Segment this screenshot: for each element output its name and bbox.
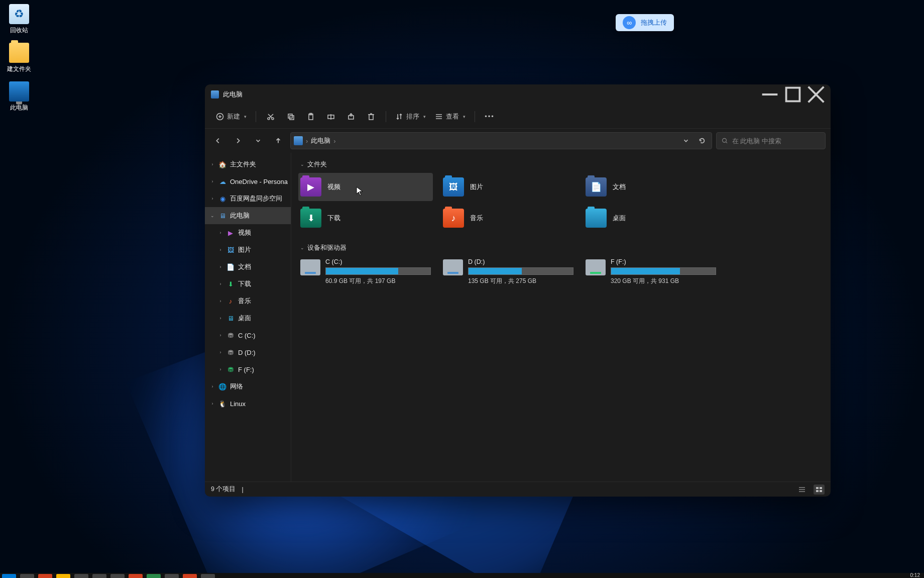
share-button[interactable] xyxy=(341,108,361,125)
taskbar-icon[interactable] xyxy=(38,574,52,578)
taskbar-icon[interactable] xyxy=(56,574,70,578)
drive-item[interactable]: C (C:)60.9 GB 可用，共 197 GB xyxy=(298,256,433,287)
sidebar: ›🏠主文件夹 ›☁OneDrive - Persona ›◉百度网盘同步空间 ⌄… xyxy=(205,153,291,481)
sidebar-item-network[interactable]: ›🌐网络 xyxy=(205,378,291,395)
taskbar-clock[interactable]: 0:12 xyxy=(910,573,920,578)
cut-button[interactable] xyxy=(261,108,280,125)
desktop-icon-recycle[interactable]: 回收站 xyxy=(0,2,38,41)
address-bar[interactable]: › 此电脑 › xyxy=(290,132,712,149)
sidebar-item-baidu[interactable]: ›◉百度网盘同步空间 xyxy=(205,190,291,207)
view-button[interactable]: 查看 ▾ xyxy=(431,108,470,125)
close-button[interactable] xyxy=(804,86,828,103)
grid-icon xyxy=(816,487,823,493)
address-dropdown[interactable] xyxy=(679,134,692,147)
drive-stats: 320 GB 可用，共 931 GB xyxy=(611,277,716,285)
statusbar: 9 个项目 | xyxy=(205,481,831,497)
taskbar-icon[interactable] xyxy=(201,574,215,578)
drive-icon: ⛃ xyxy=(226,365,235,374)
delete-button[interactable] xyxy=(362,108,381,125)
section-drives[interactable]: ⌄ 设备和驱动器 xyxy=(298,240,824,256)
drive-stats: 60.9 GB 可用，共 197 GB xyxy=(325,277,431,285)
taskbar-icon[interactable] xyxy=(74,574,88,578)
sort-button[interactable]: 排序 ▾ xyxy=(391,108,430,125)
maximize-button[interactable] xyxy=(781,86,804,103)
sidebar-item-thispc[interactable]: ⌄🖥此电脑 xyxy=(205,207,291,224)
sidebar-item-home[interactable]: ›🏠主文件夹 xyxy=(205,156,291,173)
drive-item[interactable]: F (F:)320 GB 可用，共 931 GB xyxy=(584,256,718,287)
sidebar-item-drive-d[interactable]: ›⛃D (D:) xyxy=(205,344,291,361)
desktop-icon-label: 此电脑 xyxy=(0,104,38,112)
sidebar-item-onedrive[interactable]: ›☁OneDrive - Persona xyxy=(205,173,291,190)
recent-button[interactable] xyxy=(250,133,266,149)
sidebar-item-drive-f[interactable]: ›⛃F (F:) xyxy=(205,361,291,378)
taskbar-icon[interactable] xyxy=(110,574,125,578)
folder-downloads[interactable]: ⬇下载 xyxy=(298,204,433,232)
drive-item[interactable]: D (D:)135 GB 可用，共 275 GB xyxy=(441,256,575,287)
folder-documents[interactable]: 📄文档 xyxy=(584,173,718,201)
chevron-right-icon: › xyxy=(218,264,223,269)
chevron-down-icon: ⌄ xyxy=(210,213,215,218)
downloads-folder-icon: ⬇ xyxy=(300,209,321,228)
baidu-cloud-icon: ∞ xyxy=(623,16,636,29)
rename-button[interactable] xyxy=(321,108,340,125)
drive-icon: ⛃ xyxy=(226,348,235,357)
svg-rect-30 xyxy=(820,487,822,489)
desktop-icon-thispc[interactable]: 此电脑 xyxy=(0,79,38,118)
drive-icon xyxy=(300,259,320,275)
navigation-row: › 此电脑 › xyxy=(205,129,831,153)
network-icon: 🌐 xyxy=(218,382,227,391)
view-details-button[interactable] xyxy=(796,485,807,495)
copy-button[interactable] xyxy=(281,108,300,125)
chevron-right-icon: › xyxy=(218,316,223,321)
baidu-drag-upload[interactable]: ∞ 拖拽上传 xyxy=(616,14,674,31)
music-folder-icon: ♪ xyxy=(443,209,464,228)
folder-pictures[interactable]: 🖼图片 xyxy=(441,173,575,201)
sidebar-item-videos[interactable]: ›▶视频 xyxy=(205,224,291,241)
section-label: 设备和驱动器 xyxy=(307,243,346,252)
taskbar-start[interactable] xyxy=(2,574,16,578)
chevron-down-icon: ⌄ xyxy=(300,162,304,167)
search-input[interactable] xyxy=(732,137,820,145)
view-tiles-button[interactable] xyxy=(814,485,825,495)
toolbar: 新建 ▾ 排序 ▾ 查看 ▾ ••• xyxy=(205,105,831,129)
sort-label: 排序 xyxy=(406,112,419,121)
sidebar-item-drive-c[interactable]: ›⛃C (C:) xyxy=(205,327,291,344)
minimize-button[interactable] xyxy=(758,86,781,103)
taskbar-icon[interactable] xyxy=(183,574,197,578)
breadcrumb-item[interactable]: 此电脑 xyxy=(311,136,330,145)
sidebar-item-linux[interactable]: ›🐧Linux xyxy=(205,395,291,412)
svg-rect-1 xyxy=(786,88,800,102)
taskbar-icon[interactable] xyxy=(147,574,161,578)
desktop-icon-newfolder[interactable]: 建文件夹 xyxy=(0,41,38,79)
new-button[interactable]: 新建 ▾ xyxy=(212,108,251,125)
refresh-button[interactable] xyxy=(696,134,709,147)
folder-desktop[interactable]: 桌面 xyxy=(584,204,718,232)
search-box[interactable] xyxy=(716,132,826,149)
section-folders[interactable]: ⌄ 文件夹 xyxy=(298,157,824,173)
sidebar-item-music[interactable]: ›♪音乐 xyxy=(205,293,291,310)
folder-music[interactable]: ♪音乐 xyxy=(441,204,575,232)
sidebar-item-downloads[interactable]: ›⬇下载 xyxy=(205,275,291,293)
sidebar-item-documents[interactable]: ›📄文档 xyxy=(205,258,291,275)
chevron-right-icon: › xyxy=(210,384,215,389)
titlebar[interactable]: 此电脑 xyxy=(205,84,831,105)
taskbar-icon[interactable] xyxy=(129,574,143,578)
monitor-icon xyxy=(9,81,29,102)
taskbar-icon[interactable] xyxy=(20,574,34,578)
back-button[interactable] xyxy=(210,133,226,149)
paste-button[interactable] xyxy=(301,108,320,125)
drive-icon xyxy=(586,259,606,275)
video-icon: ▶ xyxy=(226,228,235,237)
taskbar-icon[interactable] xyxy=(165,574,179,578)
forward-button[interactable] xyxy=(230,133,246,149)
sidebar-item-pictures[interactable]: ›🖼图片 xyxy=(205,241,291,258)
monitor-icon: 🖥 xyxy=(218,211,227,220)
sidebar-item-desktop[interactable]: ›🖥桌面 xyxy=(205,310,291,327)
taskbar-icon[interactable] xyxy=(92,574,106,578)
file-explorer-window: 此电脑 新建 ▾ 排序 ▾ 查看 ▾ ••• xyxy=(205,84,831,497)
more-button[interactable]: ••• xyxy=(480,108,499,125)
chevron-right-icon: › xyxy=(218,350,223,355)
taskbar[interactable]: 0:12 xyxy=(0,573,924,578)
up-button[interactable] xyxy=(270,133,286,149)
folder-videos[interactable]: ▶视频 xyxy=(298,173,433,201)
